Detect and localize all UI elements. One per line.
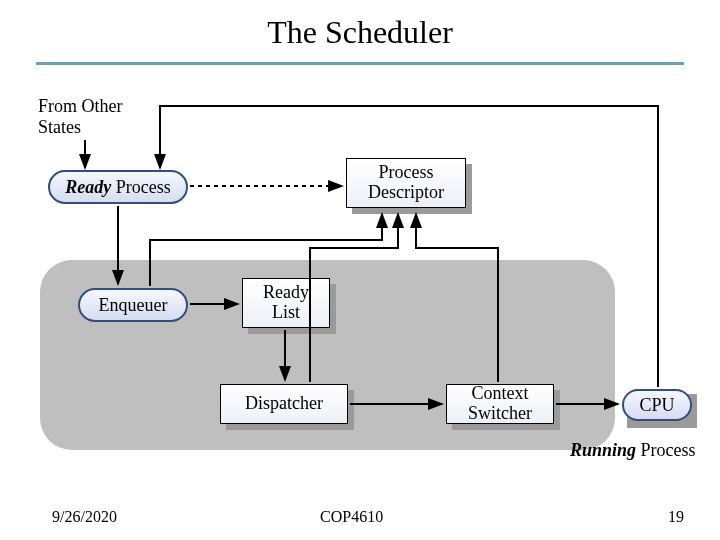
cpu-label: CPU	[639, 395, 674, 416]
from-other-line2: States	[38, 117, 81, 137]
cs-l2: Switcher	[468, 404, 532, 424]
footer-page: 19	[668, 508, 684, 526]
node-dispatcher: Dispatcher	[220, 384, 348, 424]
ready-rest: Process	[111, 177, 171, 197]
title-underline	[36, 62, 684, 65]
rl-l1: Ready	[263, 283, 309, 303]
dispatcher-label: Dispatcher	[245, 394, 323, 414]
label-from-other-states: From Other States	[38, 96, 123, 137]
node-ready-process: Ready Process	[48, 170, 188, 204]
running-italic: Running	[570, 440, 636, 460]
from-other-line1: From Other	[38, 96, 123, 116]
running-rest: Process	[636, 440, 696, 460]
footer-date: 9/26/2020	[52, 508, 117, 526]
pd-l1: Process	[379, 163, 434, 183]
node-enqueuer: Enqueuer	[78, 288, 188, 322]
node-process-descriptor: Process Descriptor	[346, 158, 466, 208]
node-ready-list: Ready List	[242, 278, 330, 328]
pd-l2: Descriptor	[368, 183, 444, 203]
page-title: The Scheduler	[0, 14, 720, 51]
label-running-process: Running Process	[570, 440, 696, 461]
footer-course: COP4610	[320, 508, 383, 526]
rl-l2: List	[272, 303, 300, 323]
cs-l1: Context	[472, 384, 529, 404]
enqueuer-label: Enqueuer	[99, 295, 168, 316]
node-cpu: CPU	[622, 389, 692, 421]
ready-italic: Ready	[65, 177, 111, 197]
node-context-switcher: Context Switcher	[446, 384, 554, 424]
